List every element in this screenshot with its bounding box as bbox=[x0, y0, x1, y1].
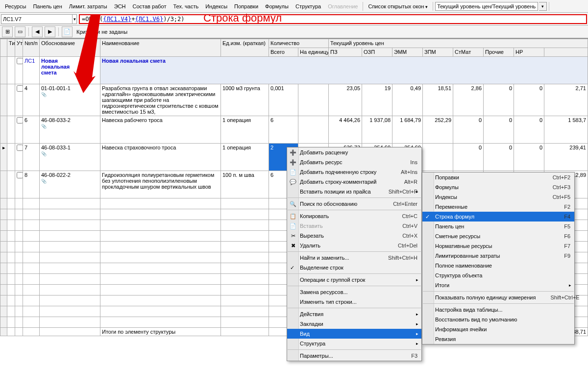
table-row[interactable]: 4 01-01-001-1 Разработка грунта в отвал … bbox=[0, 84, 588, 116]
cell-pro[interactable]: 0 bbox=[484, 116, 514, 144]
cell-npn[interactable]: 6 bbox=[23, 116, 40, 144]
cell-naim[interactable]: Разработка грунта в отвал экскаваторами … bbox=[100, 84, 221, 116]
name-box-input[interactable] bbox=[1, 16, 72, 22]
col-header-ut[interactable]: Ут bbox=[15, 39, 23, 57]
row-marker[interactable]: ▸ bbox=[0, 144, 7, 171]
menu-item[interactable]: Итоги bbox=[422, 280, 574, 290]
menu-item[interactable]: Информация ячейки bbox=[422, 324, 574, 334]
cell-pz[interactable]: 23,05 bbox=[329, 84, 362, 116]
cell-stm[interactable]: 0 bbox=[453, 144, 484, 171]
price-level-dropdown-icon[interactable]: ▾ bbox=[539, 2, 547, 11]
cell-kv[interactable]: 0,001 bbox=[269, 84, 298, 116]
menu-item[interactable]: Операции с группой строк bbox=[287, 275, 421, 285]
menu-item[interactable]: Лимитированные затратыF9 bbox=[422, 251, 574, 261]
col-header-naim[interactable]: Наименование bbox=[100, 39, 221, 57]
cell-stm[interactable]: 0 bbox=[453, 116, 484, 144]
col-header-hr[interactable]: НР bbox=[514, 48, 544, 57]
menu-item[interactable]: Замена ресурсов... bbox=[287, 287, 421, 297]
menu-item[interactable]: Полное наименование bbox=[422, 261, 574, 271]
menu-item[interactable]: ФормулыCtrl+F3 bbox=[422, 182, 574, 192]
cell-pro[interactable]: 0 bbox=[484, 84, 514, 116]
menu-item[interactable]: Показывать полную единицу измеренияShift… bbox=[422, 293, 574, 302]
cell-zpm[interactable]: 18,51 bbox=[423, 84, 453, 116]
menu-item[interactable]: ➕Добавить расценку bbox=[287, 148, 421, 157]
menu-resources[interactable]: Ресурсы bbox=[2, 2, 29, 11]
col-header-ozp[interactable]: ОЗП bbox=[362, 48, 392, 57]
cell-stm[interactable]: 2,86 bbox=[453, 84, 484, 116]
cell-naim[interactable]: Гидроизоляция полиуретановым герметиком … bbox=[100, 171, 221, 198]
menu-item[interactable]: 🔍Поиск по обоснованиюCtrl+Enter bbox=[287, 199, 421, 209]
menu-item[interactable]: Панель ценF5 bbox=[422, 221, 574, 231]
cell-hr[interactable]: 0 bbox=[514, 144, 544, 171]
menu-item[interactable]: ✂ВырезатьCtrl+X bbox=[287, 231, 421, 241]
col-header-kv[interactable]: Всего bbox=[269, 48, 298, 57]
cell[interactable] bbox=[7, 57, 15, 84]
menu-item[interactable]: ✖УдалитьCtrl+Del bbox=[287, 241, 421, 250]
menu-item[interactable]: Восстановить вид по умолчанию bbox=[422, 315, 574, 324]
col-header-marker[interactable] bbox=[0, 39, 7, 57]
menu-item[interactable]: Сметные ресурсыF6 bbox=[422, 231, 574, 241]
cell-ozp[interactable]: 19 bbox=[362, 84, 392, 116]
cell-hr[interactable]: 0 bbox=[514, 84, 544, 116]
menu-item[interactable]: Структура объекта bbox=[422, 271, 574, 280]
menu-item[interactable]: ПоправкиCtrl+F2 bbox=[422, 172, 574, 182]
attachment-icon[interactable] bbox=[41, 150, 47, 156]
attachment-icon[interactable] bbox=[41, 178, 47, 184]
col-header-emm[interactable]: ЭММ bbox=[392, 48, 423, 57]
menu-item[interactable]: Выделение строк bbox=[287, 263, 421, 272]
col-header-obos[interactable]: Обоснование bbox=[40, 39, 100, 57]
cell[interactable] bbox=[7, 116, 15, 144]
menu-item[interactable]: ИндексыCtrl+F5 bbox=[422, 192, 574, 202]
cell-ozp[interactable]: 1 937,08 bbox=[362, 116, 392, 144]
row-marker[interactable] bbox=[0, 57, 7, 84]
menu-esn[interactable]: ЭСН bbox=[111, 2, 129, 11]
menu-item[interactable]: ➕Добавить ресурсIns bbox=[287, 157, 421, 167]
menu-item[interactable]: 💬Добавить строку-комментарийAlt+R bbox=[287, 177, 421, 187]
menu-corrections[interactable]: Поправки bbox=[231, 2, 261, 11]
cell-zpm[interactable] bbox=[423, 144, 453, 171]
cell-emm[interactable]: 0,49 bbox=[392, 84, 423, 116]
tb-right-icon[interactable]: ▶ bbox=[45, 26, 55, 37]
name-box-dropdown-icon[interactable]: ▾ bbox=[72, 15, 76, 24]
menu-item[interactable]: Строка формулF4 bbox=[422, 212, 574, 221]
col-header-price-group[interactable]: Текущий уровень цен bbox=[329, 39, 588, 48]
cell-obos[interactable]: 01-01-001-1 bbox=[40, 84, 100, 116]
tb-left-icon[interactable]: ◀ bbox=[32, 26, 43, 37]
menu-item[interactable]: Нормативные ресурсыF7 bbox=[422, 241, 574, 251]
cell-hr2[interactable]: 2,71 bbox=[544, 84, 588, 116]
col-header-zpm[interactable]: ЗПМ bbox=[423, 48, 453, 57]
cell-obos[interactable]: 46-08-022-2 bbox=[40, 171, 100, 198]
cell-pro[interactable]: 0 bbox=[484, 144, 514, 171]
row-checkbox[interactable] bbox=[15, 57, 23, 84]
tb-collapse-icon[interactable]: ▭ bbox=[15, 26, 25, 37]
cell-emm[interactable]: 1 684,79 bbox=[392, 116, 423, 144]
cell-naim[interactable]: Навеска рабочего троса bbox=[100, 116, 221, 144]
col-header-ti[interactable]: Ти bbox=[7, 39, 15, 57]
cell-code[interactable]: ЛС1 bbox=[23, 57, 40, 84]
col-header-pz[interactable]: ПЗ bbox=[329, 48, 362, 57]
menu-item[interactable]: ПеременныеF2 bbox=[422, 202, 574, 212]
row-checkbox[interactable] bbox=[15, 144, 23, 171]
menu-item[interactable]: Структура bbox=[287, 339, 421, 348]
cell-obos[interactable]: 46-08-033-1 bbox=[40, 144, 100, 171]
cell-title[interactable]: Новая локальная смета bbox=[100, 57, 588, 84]
price-level-input[interactable] bbox=[435, 2, 538, 11]
menu-item[interactable]: Найти и заменить...Shift+Ctrl+H bbox=[287, 253, 421, 263]
table-row[interactable]: 6 46-08-033-2 Навеска рабочего троса 1 о… bbox=[0, 116, 588, 144]
menu-item[interactable]: Закладки bbox=[287, 319, 421, 329]
col-header-ke[interactable]: На единицу bbox=[298, 48, 329, 57]
cell[interactable] bbox=[7, 144, 15, 171]
menu-open-windows[interactable]: Список открытых окон bbox=[365, 2, 431, 11]
col-header-ed[interactable]: Ед.изм. (краткая) bbox=[221, 39, 269, 57]
menu-limit-costs[interactable]: Лимит. затраты bbox=[66, 2, 110, 11]
menu-item[interactable]: Параметры...F3 bbox=[287, 351, 421, 361]
row-marker[interactable] bbox=[0, 116, 7, 144]
row-checkbox[interactable] bbox=[15, 116, 23, 144]
cell-npn[interactable]: 8 bbox=[23, 171, 40, 198]
name-box[interactable]: ▾ bbox=[1, 14, 77, 24]
menu-works[interactable]: Состав работ bbox=[130, 2, 170, 11]
cell-obos[interactable]: Новая локальная смета bbox=[40, 57, 100, 84]
menu-item[interactable]: 📋КопироватьCtrl+C bbox=[287, 211, 421, 221]
col-header-qty-group[interactable]: Количество bbox=[269, 39, 329, 48]
context-menu[interactable]: ➕Добавить расценку➕Добавить ресурсIns📄До… bbox=[287, 147, 422, 361]
